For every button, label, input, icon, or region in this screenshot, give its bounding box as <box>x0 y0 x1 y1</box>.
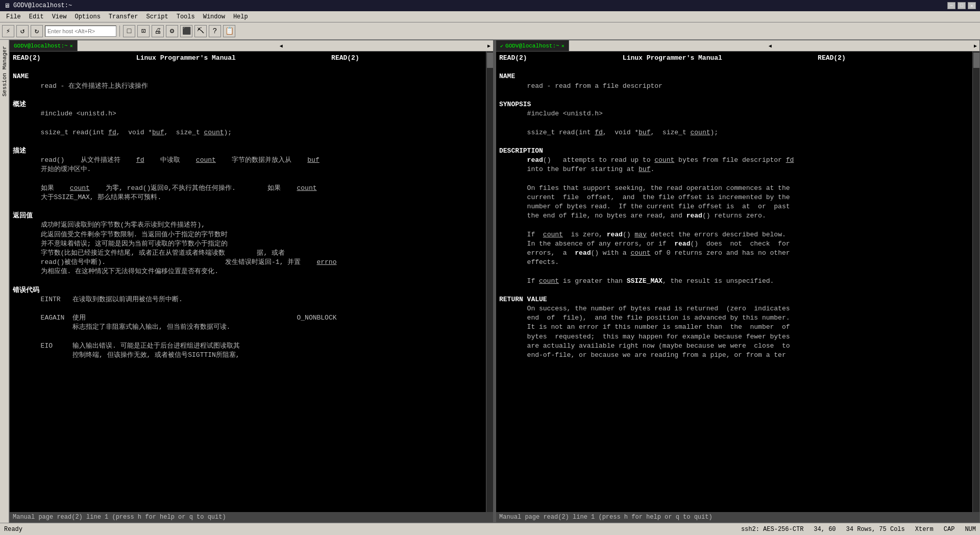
left-tab-close[interactable]: ✕ <box>70 43 73 49</box>
right-tab-label: GODV@localhost:~ <box>505 43 559 49</box>
left-tab-nav-left[interactable]: ◀ <box>277 40 285 51</box>
left-tab-bar: GODV@localhost:~ ✕ ◀ ▶ <box>10 40 493 52</box>
left-status-text: Manual page read(2) line 1 (press h for … <box>13 514 226 521</box>
minimize-button[interactable]: ─ <box>947 2 955 9</box>
status-right: ssh2: AES-256-CTR 34, 60 34 Rows, 75 Col… <box>741 526 976 533</box>
left-terminal-tab[interactable]: GODV@localhost:~ ✕ <box>10 40 78 51</box>
menu-view[interactable]: View <box>48 12 71 21</box>
menu-tools[interactable]: Tools <box>173 12 199 21</box>
right-tab-close[interactable]: ✕ <box>561 43 565 49</box>
toolbar-paste[interactable]: ⊡ <box>137 25 150 37</box>
status-bar: Ready ssh2: AES-256-CTR 34, 60 34 Rows, … <box>0 523 980 535</box>
right-terminal-status: Manual page read(2) line 1 (press h for … <box>496 512 979 522</box>
toolbar-copy[interactable]: □ <box>123 25 135 37</box>
status-cursor: 34, 60 <box>814 526 836 533</box>
app-title: GODV@localhost:~ <box>13 2 72 9</box>
close-button[interactable]: ✕ <box>968 2 976 9</box>
right-terminal-scrollbar[interactable] <box>972 52 979 512</box>
title-bar: 🖥 GODV@localhost:~ ─ □ ✕ <box>0 0 980 11</box>
toolbar-settings[interactable]: ⚙ <box>166 25 178 37</box>
left-terminal-content[interactable]: READ(2) Linux Programmer's Manual READ(2… <box>10 52 486 512</box>
status-caps: CAP <box>944 526 955 533</box>
right-tab-icon: ✔ <box>500 43 503 49</box>
status-ready: Ready <box>4 526 22 533</box>
menu-script[interactable]: Script <box>142 12 172 21</box>
toolbar-reconnect[interactable]: ↺ <box>16 25 29 37</box>
right-man-content: READ(2) Linux Programmer's Manual READ(2… <box>499 54 969 360</box>
left-man-content: READ(2) Linux Programmer's Manual READ(2… <box>13 54 483 360</box>
session-manager-label: Session Manager <box>2 46 8 96</box>
right-terminal-tab[interactable]: ✔ GODV@localhost:~ ✕ <box>496 40 569 51</box>
toolbar-separator-1 <box>119 26 120 37</box>
app-icon: 🖥 <box>4 2 10 10</box>
right-terminal-panel: ✔ GODV@localhost:~ ✕ ◀ ▶ READ(2) Linux P… <box>496 40 980 523</box>
terminals-container: GODV@localhost:~ ✕ ◀ ▶ READ(2) Linux Pro… <box>9 40 980 523</box>
right-terminal-body: READ(2) Linux Programmer's Manual READ(2… <box>496 52 979 512</box>
right-status-text: Manual page read(2) line 1 (press h for … <box>499 514 713 521</box>
status-ssh-info: ssh2: AES-256-CTR <box>741 526 803 533</box>
menu-bar: File Edit View Options Transfer Script T… <box>0 11 980 22</box>
toolbar: ⚡ ↺ ↻ □ ⊡ 🖨 ⚙ ⬛ ⛏ ? 📋 <box>0 22 980 40</box>
menu-edit[interactable]: Edit <box>25 12 48 21</box>
toolbar-new-session[interactable]: ⚡ <box>2 25 14 37</box>
left-terminal-body: READ(2) Linux Programmer's Manual READ(2… <box>10 52 493 512</box>
main-area: Session Manager GODV@localhost:~ ✕ ◀ ▶ R… <box>0 40 980 523</box>
title-bar-left: 🖥 GODV@localhost:~ <box>4 2 72 10</box>
left-tab-label: GODV@localhost:~ <box>14 43 68 49</box>
menu-window[interactable]: Window <box>199 12 229 21</box>
toolbar-disconnect[interactable]: ↻ <box>31 25 43 37</box>
status-num: NUM <box>965 526 976 533</box>
status-dimensions: 34 Rows, 75 Cols <box>846 526 905 533</box>
toolbar-help[interactable]: ? <box>209 25 221 37</box>
left-terminal-scrollbar[interactable] <box>486 52 493 512</box>
right-terminal-content[interactable]: READ(2) Linux Programmer's Manual READ(2… <box>496 52 972 512</box>
maximize-button[interactable]: □ <box>958 2 966 9</box>
menu-help[interactable]: Help <box>229 12 252 21</box>
toolbar-print[interactable]: 🖨 <box>152 25 164 37</box>
toolbar-record[interactable]: ⬛ <box>180 25 192 37</box>
menu-file[interactable]: File <box>2 12 25 21</box>
menu-options[interactable]: Options <box>70 12 104 21</box>
left-tab-nav-right[interactable]: ▶ <box>485 40 493 51</box>
left-terminal-panel: GODV@localhost:~ ✕ ◀ ▶ READ(2) Linux Pro… <box>9 40 494 523</box>
right-tab-bar: ✔ GODV@localhost:~ ✕ ◀ ▶ <box>496 40 979 52</box>
left-scrollbar-thumb[interactable] <box>487 53 493 68</box>
toolbar-script[interactable]: 📋 <box>223 25 235 37</box>
toolbar-filter[interactable]: ⛏ <box>194 25 207 37</box>
status-term: Xterm <box>915 526 934 533</box>
right-scrollbar-thumb[interactable] <box>973 53 979 68</box>
right-tab-nav-left[interactable]: ◀ <box>766 40 774 51</box>
menu-transfer[interactable]: Transfer <box>105 12 142 21</box>
host-input[interactable] <box>45 26 116 37</box>
right-tab-nav-right[interactable]: ▶ <box>971 40 979 51</box>
left-terminal-status: Manual page read(2) line 1 (press h for … <box>10 512 493 522</box>
session-manager-sidebar: Session Manager <box>0 40 9 523</box>
title-bar-controls: ─ □ ✕ <box>947 2 976 9</box>
